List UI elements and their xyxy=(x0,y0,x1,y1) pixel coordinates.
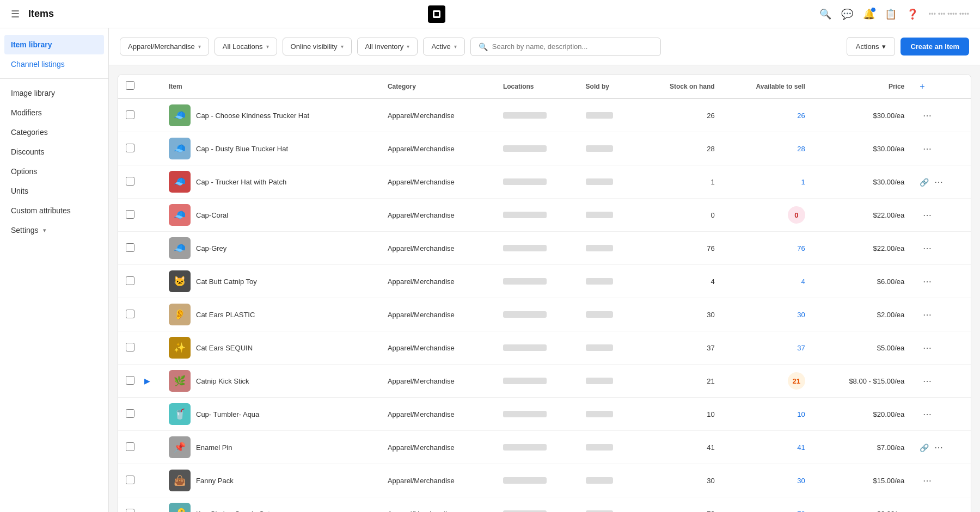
row-checkbox[interactable] xyxy=(126,476,134,484)
help-icon[interactable]: ❓ xyxy=(906,8,918,20)
table-row: 🐱 Cat Butt Catnip Toy Apparel/Merchandis… xyxy=(118,265,971,298)
more-options-button[interactable]: ⋯ xyxy=(920,508,935,513)
row-actions-cell: ⋯ xyxy=(912,398,971,431)
sidebar-item-image-library[interactable]: Image library xyxy=(0,83,108,103)
available-link[interactable]: 41 xyxy=(797,443,805,452)
available-link[interactable]: 37 xyxy=(797,344,805,352)
sidebar-item-discounts[interactable]: Discounts xyxy=(0,142,108,162)
row-checkbox[interactable] xyxy=(126,177,134,186)
item-name[interactable]: Enamel Pin xyxy=(196,443,232,452)
price-cell: $20.00/ea xyxy=(813,398,912,431)
link-icon[interactable]: 🔗 xyxy=(920,178,929,187)
available-link[interactable]: 10 xyxy=(797,410,805,418)
location-blurred xyxy=(503,178,547,185)
more-options-button[interactable]: ⋯ xyxy=(931,176,946,188)
price-cell: $5.00/ea xyxy=(813,331,912,365)
row-checkbox[interactable] xyxy=(126,310,134,318)
more-options-button[interactable]: ⋯ xyxy=(920,342,935,354)
available-link[interactable]: 76 xyxy=(797,244,805,252)
create-item-button[interactable]: Create an Item xyxy=(901,38,969,55)
link-icon[interactable]: 🔗 xyxy=(920,443,929,452)
row-checkbox[interactable] xyxy=(126,442,134,451)
row-checkbox[interactable] xyxy=(126,110,134,119)
category-cell: Apparel/Merchandise xyxy=(380,98,495,132)
locations-filter[interactable]: All Locations ▾ xyxy=(215,38,277,55)
actions-button[interactable]: Actions ▾ xyxy=(847,37,896,56)
item-name[interactable]: Fanny Pack xyxy=(196,477,234,485)
sold-by-blurred xyxy=(586,510,613,513)
more-options-button[interactable]: ⋯ xyxy=(920,276,935,287)
locations-cell xyxy=(495,265,578,298)
more-options-button[interactable]: ⋯ xyxy=(920,409,935,420)
available-link[interactable]: 1 xyxy=(801,178,805,186)
sidebar-item-categories[interactable]: Categories xyxy=(0,122,108,142)
category-cell: Apparel/Merchandise xyxy=(380,132,495,165)
search-icon[interactable]: 🔍 xyxy=(819,8,831,20)
more-options-button[interactable]: ⋯ xyxy=(920,309,935,320)
clipboard-icon[interactable]: 📋 xyxy=(885,8,897,20)
chat-icon[interactable]: 💬 xyxy=(841,8,853,20)
item-name[interactable]: Cap - Trucker Hat with Patch xyxy=(196,178,286,186)
item-name[interactable]: Cat Ears SEQUIN xyxy=(196,344,253,352)
more-options-button[interactable]: ⋯ xyxy=(920,243,935,254)
row-checkbox[interactable] xyxy=(126,343,134,351)
available-badge-orange[interactable]: 21 xyxy=(788,372,805,390)
row-checkbox[interactable] xyxy=(126,376,134,385)
stock-cell: 76 xyxy=(638,232,722,265)
available-link[interactable]: 28 xyxy=(797,145,805,153)
location-blurred xyxy=(503,112,547,119)
select-all-checkbox[interactable] xyxy=(126,81,134,90)
sidebar-item-options[interactable]: Options xyxy=(0,162,108,181)
sidebar-item-item-library[interactable]: Item library xyxy=(4,35,104,54)
status-filter[interactable]: Active ▾ xyxy=(423,38,464,55)
price-cell: $22.00/ea xyxy=(813,232,912,265)
row-checkbox[interactable] xyxy=(126,276,134,285)
item-name[interactable]: Cap-Coral xyxy=(196,211,228,219)
available-link[interactable]: 4 xyxy=(801,277,805,286)
item-name[interactable]: Cat Ears PLASTIC xyxy=(196,311,255,319)
row-checkbox[interactable] xyxy=(126,509,134,513)
more-options-button[interactable]: ⋯ xyxy=(920,209,935,221)
category-filter[interactable]: Apparel/Merchandise ▾ xyxy=(120,38,209,55)
more-options-button[interactable]: ⋯ xyxy=(920,475,935,486)
more-options-button[interactable]: ⋯ xyxy=(931,442,946,453)
visibility-filter[interactable]: Online visibility ▾ xyxy=(283,38,352,55)
item-name[interactable]: Cap - Choose Kindness Trucker Hat xyxy=(196,112,309,120)
inventory-filter[interactable]: All inventory ▾ xyxy=(357,38,418,55)
more-options-button[interactable]: ⋯ xyxy=(920,143,935,155)
available-badge-pink[interactable]: 0 xyxy=(788,206,805,224)
row-actions-cell: 🔗 ⋯ xyxy=(912,431,971,464)
sold-by-cell xyxy=(578,199,638,232)
item-name[interactable]: Key Chain - Sequin Cat xyxy=(196,510,270,513)
expand-row-icon[interactable]: ▶ xyxy=(144,377,154,385)
sidebar-item-channel-listings[interactable]: Channel listings xyxy=(0,54,108,74)
item-name[interactable]: Catnip Kick Stick xyxy=(196,377,249,385)
available-cell: 41 xyxy=(722,431,813,464)
add-column-button[interactable]: + xyxy=(920,82,924,91)
item-name[interactable]: Cat Butt Catnip Toy xyxy=(196,277,257,286)
more-options-button[interactable]: ⋯ xyxy=(920,110,935,121)
menu-icon[interactable]: ☰ xyxy=(11,8,20,20)
user-info[interactable]: ••• ••• •••• •••• xyxy=(928,10,969,18)
search-input[interactable] xyxy=(492,42,653,51)
available-link[interactable]: 30 xyxy=(797,311,805,319)
available-link[interactable]: 26 xyxy=(797,112,805,120)
row-checkbox[interactable] xyxy=(126,243,134,252)
available-link[interactable]: 73 xyxy=(797,510,805,513)
sold-by-cell xyxy=(578,98,638,132)
sidebar-item-units[interactable]: Units xyxy=(0,181,108,201)
search-box: 🔍 xyxy=(470,38,661,56)
more-options-button[interactable]: ⋯ xyxy=(920,375,935,387)
bell-icon[interactable]: 🔔 xyxy=(863,8,875,20)
item-name[interactable]: Cap-Grey xyxy=(196,244,226,252)
item-name[interactable]: Cup- Tumbler- Aqua xyxy=(196,410,259,418)
sidebar-item-custom-attributes[interactable]: Custom attributes xyxy=(0,201,108,220)
row-checkbox[interactable] xyxy=(126,210,134,219)
row-checkbox[interactable] xyxy=(126,409,134,418)
item-name[interactable]: Cap - Dusty Blue Trucker Hat xyxy=(196,145,288,153)
sold-by-cell xyxy=(578,232,638,265)
available-link[interactable]: 30 xyxy=(797,477,805,485)
sidebar-item-modifiers[interactable]: Modifiers xyxy=(0,103,108,122)
row-checkbox[interactable] xyxy=(126,144,134,152)
sidebar-item-settings[interactable]: Settings ▾ xyxy=(0,220,108,240)
